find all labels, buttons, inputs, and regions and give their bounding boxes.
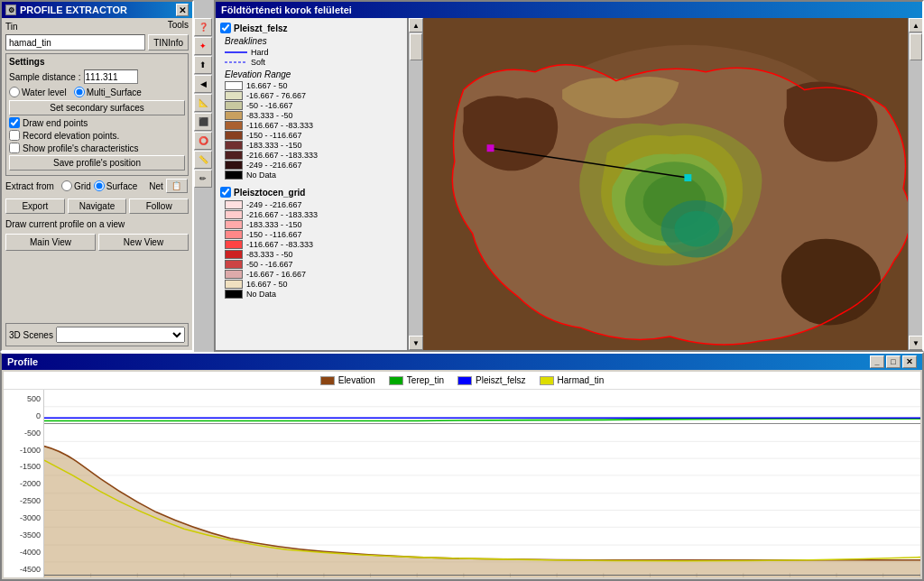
map-window: Földtörténeti korok felületei Pleiszt_fe… xyxy=(214,0,924,352)
g-range4: -150 - -116.667 xyxy=(246,230,302,239)
tininfo-button[interactable]: TINInfo xyxy=(148,34,189,51)
profile-extractor-panel: ⚙ PROFILE EXTRACTOR ✕ Tin Tools TINInfo … xyxy=(0,0,194,352)
panel-title: PROFILE EXTRACTOR xyxy=(20,5,127,15)
show-profile-label: Show profile's characteristics xyxy=(23,143,139,153)
terrain-svg xyxy=(423,18,908,350)
harmad-legend-color xyxy=(540,376,554,385)
g-range2: -216.667 - -183.333 xyxy=(246,210,318,219)
toolbar-btn-2[interactable]: ✦ xyxy=(194,37,212,55)
toolbar-btn-6[interactable]: ⬛ xyxy=(194,113,212,131)
toolbar-btn-5[interactable]: 📐 xyxy=(194,94,212,112)
range5: -116.667 - -83.333 xyxy=(246,121,313,130)
map-scroll-down[interactable]: ▼ xyxy=(909,336,922,350)
record-elevation-label: Record elevation points. xyxy=(23,131,119,141)
water-level-label: Water level xyxy=(22,88,67,97)
scroll-up[interactable]: ▲ xyxy=(409,18,423,32)
tin-input[interactable] xyxy=(5,34,145,51)
net-button[interactable]: 📋 xyxy=(166,179,188,193)
range10: No Data xyxy=(246,171,276,180)
draw-endpoints-label: Draw end points xyxy=(23,118,88,128)
chart-area: 500 0 -500 -1000 -1500 -2000 -2500 -3000… xyxy=(4,390,920,577)
restore-button[interactable]: □ xyxy=(886,355,901,368)
profile-titlebar: Profile _ □ ✕ xyxy=(2,354,922,370)
grid-radio[interactable] xyxy=(61,180,72,191)
draw-endpoints-checkbox[interactable] xyxy=(9,117,20,128)
export-button[interactable]: Export xyxy=(5,198,65,214)
toolbar-btn-7[interactable]: ⭕ xyxy=(194,132,212,150)
g-range3: -183.333 - -150 xyxy=(246,220,302,229)
net-label: Net xyxy=(149,181,163,191)
settings-title: Settings xyxy=(9,57,185,67)
sample-distance-input[interactable] xyxy=(84,69,138,84)
g-range5: -116.667 - -83.333 xyxy=(246,240,313,249)
profile-close-button[interactable]: ✕ xyxy=(902,355,917,368)
scenes-label: 3D Scenes xyxy=(9,330,53,340)
tools-label: Tools xyxy=(168,20,189,30)
legend-panel: Pleiszt_felsz Breaklines Hard xyxy=(216,18,408,350)
main-view-button[interactable]: Main View xyxy=(5,234,96,251)
range8: -216.667 - -183.333 xyxy=(246,151,318,160)
map-canvas[interactable] xyxy=(423,18,908,350)
terep-legend-color xyxy=(389,376,403,385)
range1: 16.667 - 50 xyxy=(246,81,288,90)
harmad-legend-label: Harmad_tin xyxy=(558,375,605,385)
hard-label: Hard xyxy=(251,48,269,57)
range7: -183.333 - -150 xyxy=(246,141,302,150)
map-scrollbar[interactable]: ▲ ▼ xyxy=(908,18,922,350)
toolbar-btn-3[interactable]: ⬆ xyxy=(194,56,212,74)
profile-chart: Elevation Terep_tin Pleiszt_felsz Harmad… xyxy=(4,372,920,577)
chart-svg xyxy=(44,390,920,577)
map-scroll-up[interactable]: ▲ xyxy=(909,18,922,32)
scenes-dropdown[interactable] xyxy=(56,327,185,343)
toolbar-btn-1[interactable]: ❓ xyxy=(194,18,212,36)
record-elevation-checkbox[interactable] xyxy=(9,130,20,141)
show-profile-checkbox[interactable] xyxy=(9,143,20,153)
g-range7: -50 - -16.667 xyxy=(246,260,293,269)
new-view-button[interactable]: New View xyxy=(98,234,189,251)
range3: -50 - -16.667 xyxy=(246,101,293,110)
set-secondary-button[interactable]: Set secondary surfaces xyxy=(9,100,185,115)
follow-button[interactable]: Follow xyxy=(129,198,189,214)
svg-rect-9 xyxy=(487,144,494,152)
profile-extractor-titlebar: ⚙ PROFILE EXTRACTOR ✕ xyxy=(2,2,192,18)
sample-distance-label: Sample distance : xyxy=(9,72,81,82)
y-axis: 500 0 -500 -1000 -1500 -2000 -2500 -3000… xyxy=(4,390,44,577)
save-position-button[interactable]: Save profile's position xyxy=(9,155,185,171)
extract-from-label: Extract from xyxy=(5,181,54,191)
grid-label: Grid xyxy=(74,181,91,191)
layer2-name: Pleisztocen_grid xyxy=(234,188,305,198)
g-range10: No Data xyxy=(246,290,276,299)
svg-rect-10 xyxy=(684,174,691,181)
profile-legend: Elevation Terep_tin Pleiszt_felsz Harmad… xyxy=(4,372,920,390)
elevation-legend-color xyxy=(320,376,335,385)
map-titlebar: Földtörténeti korok felületei xyxy=(216,2,922,18)
g-range9: 16.667 - 50 xyxy=(246,280,288,289)
toolbar-btn-8[interactable]: 📏 xyxy=(194,151,212,169)
tin-label: Tin xyxy=(5,22,18,32)
layer1-checkbox[interactable] xyxy=(220,23,231,33)
toolbar-btn-9[interactable]: ✏ xyxy=(194,170,212,188)
toolbar-btn-4[interactable]: ◀ xyxy=(194,75,212,93)
navigate-button[interactable]: Navigate xyxy=(68,198,127,214)
range6: -150 - -116.667 xyxy=(246,131,302,140)
g-range8: -16.667 - 16.667 xyxy=(246,270,306,279)
svg-point-7 xyxy=(674,211,719,247)
pleiszt-legend-color xyxy=(457,376,472,385)
legend-scrollbar[interactable]: ▲ ▼ xyxy=(408,18,422,350)
chart-content xyxy=(44,390,920,577)
g-range6: -83.333 - -50 xyxy=(246,250,293,259)
water-level-radio[interactable] xyxy=(9,87,20,97)
surface-label: Surface xyxy=(106,181,137,191)
elevation-range-label: Elevation Range xyxy=(225,69,402,79)
breaklines-label: Breaklines xyxy=(225,36,402,46)
elevation-legend-label: Elevation xyxy=(338,375,375,385)
minimize-button[interactable]: _ xyxy=(870,355,884,368)
draw-profile-label: Draw current profile on a view xyxy=(5,219,189,229)
multi-surface-label: Multi_Surface xyxy=(87,88,142,97)
layer2-checkbox[interactable] xyxy=(220,187,231,198)
close-button[interactable]: ✕ xyxy=(176,4,189,16)
range2: -16.667 - 76.667 xyxy=(246,91,306,100)
scroll-down[interactable]: ▼ xyxy=(409,336,423,350)
multi-surface-radio[interactable] xyxy=(74,87,85,97)
surface-radio[interactable] xyxy=(94,180,105,191)
